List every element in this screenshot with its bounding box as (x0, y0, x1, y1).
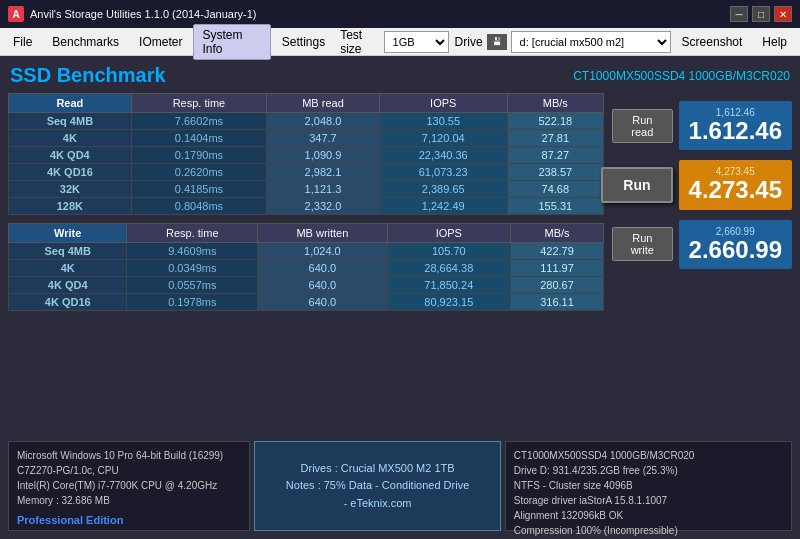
pro-edition-label: Professional Edition (17, 512, 241, 529)
menu-help[interactable]: Help (753, 31, 796, 53)
write-score-box: 2,660.99 2.660.99 (679, 220, 792, 269)
benchmark-area: Read Resp. time MB read IOPS MB/s Seq 4M… (8, 93, 792, 435)
drive-info-line1: CT1000MX500SSD4 1000GB/M3CR020 (514, 448, 783, 463)
table-row: 4K QD4 0.1790ms 1,090.9 22,340.36 87.27 (9, 147, 604, 164)
row-label: Seq 4MB (9, 243, 127, 260)
bottom-bar: Microsoft Windows 10 Pro 64-bit Build (1… (8, 441, 792, 531)
drive-info-line4: Storage driver iaStorA 15.8.1.1007 (514, 493, 783, 508)
mb-read: 347.7 (267, 130, 380, 147)
menu-iometer[interactable]: IOmeter (130, 31, 191, 53)
drive-info-line5: Alignment 132096kB OK (514, 508, 783, 523)
test-size-group: Test size 1GB 256MB 512MB 4GB (340, 28, 448, 56)
read-table: Read Resp. time MB read IOPS MB/s Seq 4M… (8, 93, 604, 215)
total-score-box: 4,273.45 4.273.45 (679, 160, 792, 209)
read-header: Read (9, 94, 132, 113)
total-score-value: 4.273.45 (689, 177, 782, 203)
mb-written: 640.0 (258, 260, 387, 277)
mbs: 280.67 (511, 277, 604, 294)
iops: 130.55 (379, 113, 507, 130)
menu-system-info[interactable]: System Info (193, 24, 270, 60)
resp-time-header-w: Resp. time (127, 224, 258, 243)
resp-time: 0.1404ms (131, 130, 266, 147)
menu-file[interactable]: File (4, 31, 41, 53)
menu-settings[interactable]: Settings (273, 31, 334, 53)
mbs-header-w: MB/s (511, 224, 604, 243)
row-label: 4K QD4 (9, 277, 127, 294)
read-score-box: 1,612.46 1.612.46 (679, 101, 792, 150)
table-row: 4K QD4 0.0557ms 640.0 71,850.24 280.67 (9, 277, 604, 294)
sys-info-panel: Microsoft Windows 10 Pro 64-bit Build (1… (8, 441, 250, 531)
drive-info-line3: NTFS - Cluster size 4096B (514, 478, 783, 493)
resp-time: 7.6602ms (131, 113, 266, 130)
notes-line1: Drives : Crucial MX500 M2 1TB (286, 460, 469, 478)
drive-select[interactable]: d: [crucial mx500 m2] (511, 31, 671, 53)
iops-header-w: IOPS (387, 224, 510, 243)
resp-time: 0.8048ms (131, 198, 266, 215)
write-score-value: 2.660.99 (689, 237, 782, 263)
benchmark-header: SSD Benchmark CT1000MX500SSD4 1000GB/M3C… (8, 64, 792, 87)
mb-written: 1,024.0 (258, 243, 387, 260)
iops: 71,850.24 (387, 277, 510, 294)
mbs: 238.57 (507, 164, 603, 181)
mb-written: 640.0 (258, 294, 387, 311)
write-table: Write Resp. time MB written IOPS MB/s Se… (8, 223, 604, 311)
run-write-button[interactable]: Run write (612, 227, 673, 261)
window-controls: ─ □ ✕ (730, 6, 792, 22)
run-read-button[interactable]: Run read (612, 109, 673, 143)
mb-read-header: MB read (267, 94, 380, 113)
resp-time: 9.4609ms (127, 243, 258, 260)
table-row: Seq 4MB 9.4609ms 1,024.0 105.70 422.79 (9, 243, 604, 260)
mb-read: 2,982.1 (267, 164, 380, 181)
row-label: 32K (9, 181, 132, 198)
row-label: 4K (9, 260, 127, 277)
app-icon: A (8, 6, 24, 22)
drive-info-line6: Compression 100% (Incompressible) (514, 523, 783, 538)
table-row: 32K 0.4185ms 1,121.3 2,389.65 74.68 (9, 181, 604, 198)
row-label: 4K QD16 (9, 294, 127, 311)
drive-icon: 💾 (487, 34, 507, 50)
menu-screenshot[interactable]: Screenshot (673, 31, 752, 53)
mb-read: 1,090.9 (267, 147, 380, 164)
maximize-button[interactable]: □ (752, 6, 770, 22)
drive-group: Drive 💾 d: [crucial mx500 m2] (455, 31, 671, 53)
resp-time-header: Resp. time (131, 94, 266, 113)
resp-time: 0.1790ms (131, 147, 266, 164)
write-header: Write (9, 224, 127, 243)
drive-info-panel: CT1000MX500SSD4 1000GB/M3CR020 Drive D: … (505, 441, 792, 531)
test-size-select[interactable]: 1GB 256MB 512MB 4GB (384, 31, 449, 53)
notes-panel: Drives : Crucial MX500 M2 1TB Notes : 75… (254, 441, 500, 531)
sys-line1: Microsoft Windows 10 Pro 64-bit Build (1… (17, 448, 241, 463)
resp-time: 0.0557ms (127, 277, 258, 294)
mb-read: 1,121.3 (267, 181, 380, 198)
table-row: 128K 0.8048ms 2,332.0 1,242.49 155.31 (9, 198, 604, 215)
mb-read: 2,332.0 (267, 198, 380, 215)
menu-benchmarks[interactable]: Benchmarks (43, 31, 128, 53)
notes-line2: Notes : 75% Data - Conditioned Drive (286, 477, 469, 495)
mbs: 522.18 (507, 113, 603, 130)
iops: 7,120.04 (379, 130, 507, 147)
close-button[interactable]: ✕ (774, 6, 792, 22)
iops: 22,340.36 (379, 147, 507, 164)
mbs: 87.27 (507, 147, 603, 164)
main-content: SSD Benchmark CT1000MX500SSD4 1000GB/M3C… (0, 56, 800, 539)
row-label: 4K QD16 (9, 164, 132, 181)
ssd-benchmark-title: SSD Benchmark (10, 64, 166, 87)
sys-line4: Memory : 32.686 MB (17, 493, 241, 508)
app-title: Anvil's Storage Utilities 1.1.0 (2014-Ja… (30, 8, 256, 20)
table-row: Seq 4MB 7.6602ms 2,048.0 130.55 522.18 (9, 113, 604, 130)
run-button[interactable]: Run (601, 167, 672, 203)
row-label: 128K (9, 198, 132, 215)
resp-time: 0.1978ms (127, 294, 258, 311)
drive-label: Drive (455, 35, 483, 49)
row-label: Seq 4MB (9, 113, 132, 130)
minimize-button[interactable]: ─ (730, 6, 748, 22)
resp-time: 0.4185ms (131, 181, 266, 198)
mb-written-header: MB written (258, 224, 387, 243)
mbs: 27.81 (507, 130, 603, 147)
test-size-label: Test size (340, 28, 379, 56)
iops: 80,923.15 (387, 294, 510, 311)
iops: 2,389.65 (379, 181, 507, 198)
iops: 61,073.23 (379, 164, 507, 181)
row-label: 4K (9, 130, 132, 147)
drive-info: CT1000MX500SSD4 1000GB/M3CR020 (573, 69, 790, 83)
